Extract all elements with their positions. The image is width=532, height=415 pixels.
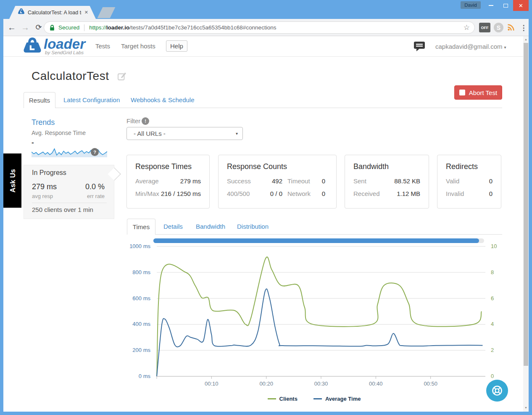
svg-text:0 ms: 0 ms	[139, 373, 151, 379]
chart-tab-details[interactable]: Details	[163, 223, 183, 230]
tab-close-icon[interactable]: ✕	[84, 10, 88, 15]
skype-extension-icon[interactable]: S	[494, 23, 503, 32]
rss-extension-icon[interactable]	[507, 23, 515, 33]
svg-text:2: 2	[491, 347, 494, 353]
browser-menu-icon[interactable]: ⋮	[520, 22, 527, 34]
clients-swatch-icon	[268, 398, 276, 399]
stat-label: Sent	[353, 177, 366, 185]
card-title: Response Counts	[227, 162, 328, 171]
svg-text:1000 ms: 1000 ms	[129, 243, 150, 249]
stop-icon	[459, 90, 465, 95]
legend-average-time[interactable]: Average Time	[313, 396, 361, 402]
svg-text:00:30: 00:30	[314, 381, 328, 387]
security-label: Secured	[58, 24, 79, 31]
stat-value: 0	[319, 177, 325, 185]
account-email: capkadavid@gmail.com	[435, 43, 502, 50]
chart-tab-times[interactable]: Times	[127, 219, 155, 235]
nav-target-hosts[interactable]: Target hosts	[121, 42, 155, 50]
bookmark-star-icon[interactable]: ☆	[464, 23, 470, 32]
page-title: CalculatorTest	[32, 69, 109, 83]
reload-button[interactable]: ⟳	[33, 21, 45, 34]
chart-tabs-divider	[127, 234, 502, 235]
new-tab-button[interactable]	[97, 7, 116, 18]
tab-results[interactable]: Results	[24, 92, 55, 108]
filter-info-icon[interactable]: !	[142, 117, 149, 125]
url-filter-select[interactable]: - All URLs - ▾	[126, 127, 243, 140]
extension-off-badge[interactable]: OFF	[479, 23, 490, 32]
scrollbar-thumb[interactable]	[524, 43, 528, 366]
svg-text:600 ms: 600 ms	[132, 295, 150, 301]
account-menu[interactable]: capkadavid@gmail.com▾	[435, 43, 506, 50]
svg-text:6: 6	[491, 295, 494, 301]
tabs-divider	[24, 108, 502, 108]
card-response-times: Response Times Average 279 ms Min/Max 21…	[126, 155, 210, 209]
test-progress-fill	[153, 238, 479, 243]
maximize-button[interactable]	[498, 0, 513, 11]
help-badge-icon[interactable]: ?	[91, 148, 99, 156]
stat-label: Success	[227, 177, 253, 185]
svg-text:800 ms: 800 ms	[132, 269, 150, 275]
card-title: Bandwidth	[353, 162, 420, 171]
avg-response-label: avg resp	[32, 193, 53, 199]
svg-text:200 ms: 200 ms	[132, 347, 150, 353]
browser-tab[interactable]: CalculatorTest: A load te ✕	[9, 6, 96, 19]
browser-profile-button[interactable]: David	[461, 1, 481, 9]
times-chart: 0 ms0200 ms2400 ms4600 ms6800 ms81000 ms…	[126, 243, 502, 391]
forward-button[interactable]: →	[19, 21, 31, 34]
filter-label: Filter	[126, 117, 140, 124]
chart-legend: Clients Average Time	[126, 396, 502, 402]
error-rate-label: err rate	[87, 193, 105, 199]
avg-response-value: 279 ms	[32, 182, 57, 191]
test-progress-bar	[153, 238, 484, 243]
chart-tab-distribution[interactable]: Distribution	[237, 223, 269, 230]
status-panel: In Progress 279 ms avg resp 0.0 % err ra…	[24, 165, 114, 219]
card-redirects: Redirects Valid 0 Invalid 0	[437, 155, 501, 209]
abort-test-label: Abort Test	[469, 89, 497, 96]
stat-value: 88.52 KB	[394, 177, 420, 185]
tab-webhooks-schedule[interactable]: Webhooks & Schedule	[131, 96, 195, 103]
stat-value: 0	[489, 190, 492, 197]
stat-value: 0	[319, 190, 325, 197]
close-button[interactable]: ✕	[513, 0, 529, 11]
help-fab-button[interactable]	[486, 380, 508, 402]
stat-label: 400/500	[227, 190, 253, 197]
chat-icon[interactable]	[413, 41, 425, 53]
status-text: In Progress	[32, 169, 66, 177]
card-row: Sent 88.52 KB	[353, 177, 420, 185]
nav-help-button[interactable]: Help	[166, 40, 187, 52]
ask-us-tab[interactable]: Ask Us	[3, 153, 21, 208]
url-filter-value: - All URLs -	[134, 130, 166, 137]
card-row: Invalid 0	[446, 190, 492, 197]
svg-text:8: 8	[491, 269, 494, 275]
window-border	[529, 19, 532, 415]
stat-value: 216 / 1250 ms	[161, 190, 201, 197]
stat-value: 1.12 MB	[397, 190, 420, 197]
scrollbar-up-icon[interactable]: ▲	[523, 36, 529, 42]
svg-text:00:20: 00:20	[259, 381, 273, 387]
card-row: Valid 0	[446, 177, 492, 185]
page-scrollbar[interactable]: ▲ ▼	[523, 36, 529, 412]
chart-tab-bandwidth[interactable]: Bandwidth	[196, 223, 225, 230]
svg-text:00:10: 00:10	[205, 381, 219, 387]
tab-latest-configuration[interactable]: Latest Configuration	[63, 96, 120, 103]
address-bar[interactable]: Secured https:// loader.io /tests/7a0d45…	[44, 21, 475, 34]
card-response-counts: Response Counts Success 492 Timeout 0 40…	[218, 155, 337, 209]
abort-test-button[interactable]: Abort Test	[454, 85, 502, 100]
legend-clients[interactable]: Clients	[268, 396, 298, 402]
scrollbar-down-icon[interactable]: ▼	[523, 404, 529, 411]
card-grid: Success 492 Timeout 0 400/500 0 / 0 Netw…	[227, 177, 328, 197]
card-row: Average 279 ms	[135, 177, 201, 185]
loader-logo[interactable]	[23, 37, 42, 58]
card-row: Min/Max 216 / 1250 ms	[135, 190, 201, 197]
svg-text:400 ms: 400 ms	[132, 321, 150, 327]
trends-heading: Trends	[32, 118, 55, 127]
ask-us-label: Ask Us	[8, 169, 16, 193]
back-button[interactable]: ←	[6, 21, 18, 34]
nav-tests[interactable]: Tests	[95, 42, 110, 50]
edit-title-icon[interactable]	[118, 72, 126, 82]
titlebar: CalculatorTest: A load te ✕ David ✕	[0, 0, 532, 19]
stat-label: Network	[287, 190, 314, 197]
minimize-button[interactable]	[484, 0, 498, 11]
average-time-swatch-icon	[313, 398, 322, 399]
url-divider	[84, 24, 84, 31]
